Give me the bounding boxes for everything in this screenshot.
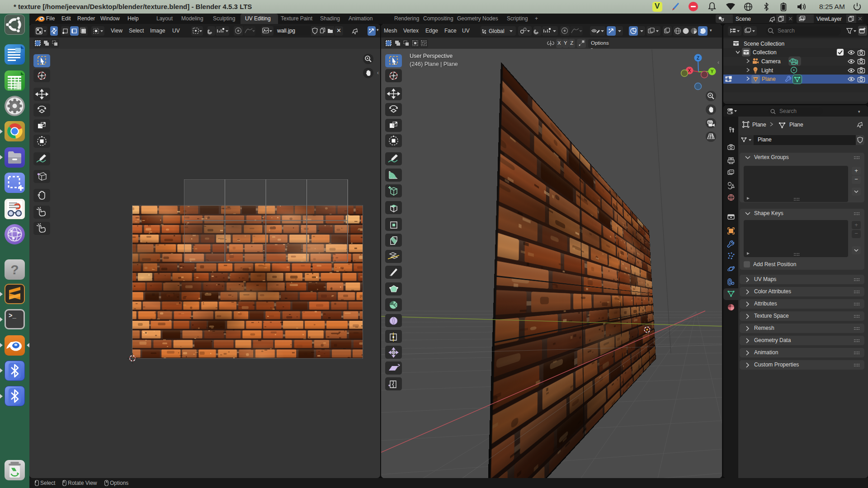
svg-text:Y: Y <box>711 69 714 74</box>
svg-text:Global: Global <box>489 28 505 34</box>
svg-text:X: X <box>688 68 691 73</box>
svg-text:Z: Z <box>697 56 699 61</box>
